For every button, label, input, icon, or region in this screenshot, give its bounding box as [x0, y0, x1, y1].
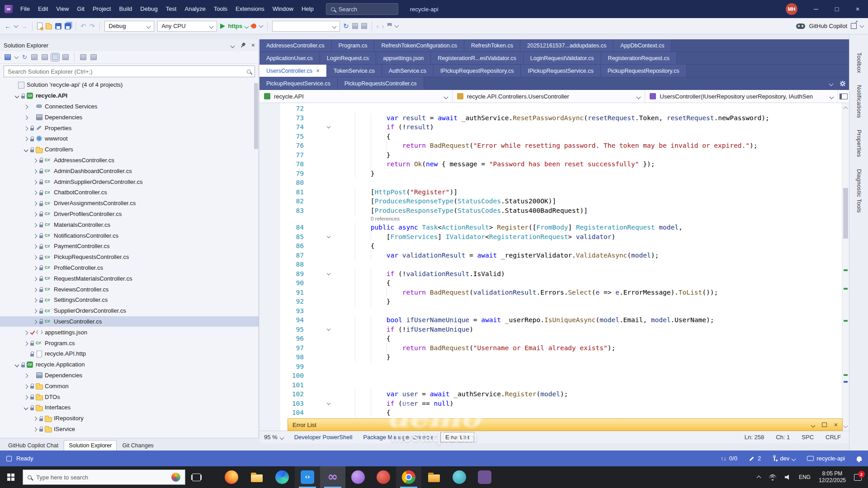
menu-file[interactable]: File — [16, 0, 34, 18]
editor-tab-program-cs[interactable]: Program.cs — [332, 39, 375, 52]
side-tab-toolbox[interactable]: Toolbox — [856, 52, 862, 73]
editor-tab-tokenservice-cs[interactable]: TokenService.cs — [327, 65, 382, 77]
fold-chevron-icon[interactable] — [327, 234, 330, 238]
chevron-right-icon[interactable] — [32, 318, 38, 325]
chevron-right-icon[interactable] — [32, 275, 38, 282]
language-indicator[interactable]: ENG — [799, 474, 811, 480]
action-center-icon[interactable]: 2 — [854, 474, 862, 481]
tree-item-userscontroller-cs[interactable]: UsersController.cs — [0, 316, 259, 327]
navigate-forward-button[interactable]: → — [21, 23, 28, 30]
maximize-panel-icon[interactable] — [822, 422, 827, 427]
editor-tab-pickuprequestscontroller-cs[interactable]: PickupRequestsController.cs — [338, 77, 424, 89]
tree-item-connected-services[interactable]: Connected Services — [0, 101, 259, 112]
panel-tab-package-manager-console[interactable]: Package Manager Console — [359, 432, 439, 442]
taskbar-app-file-explorer[interactable] — [244, 466, 269, 488]
chevron-down-icon[interactable] — [15, 55, 18, 59]
taskbar-app-github-desktop[interactable] — [472, 466, 497, 488]
panel-tab-github-copilot-chat[interactable]: GitHub Copilot Chat — [4, 441, 63, 450]
fold-chevron-icon[interactable] — [327, 125, 330, 128]
git-repository-selector[interactable]: recycle-api — [807, 455, 845, 462]
empty-combobox[interactable] — [272, 21, 340, 32]
fold-chevron-icon[interactable] — [327, 401, 330, 404]
zoom-control[interactable]: 95 % — [264, 434, 283, 441]
chevron-down-icon[interactable] — [23, 146, 29, 153]
start-debugging-button[interactable]: https — [220, 23, 248, 29]
editor-tab-loginrequestvalidator-cs[interactable]: LoginRequestValidator.cs — [524, 52, 601, 64]
taskbar-app-edge[interactable] — [269, 466, 295, 488]
menu-project[interactable]: Project — [89, 0, 115, 18]
pin-icon[interactable] — [239, 42, 246, 49]
tree-item-common[interactable]: Common — [0, 380, 259, 391]
pending-changes-filter-button[interactable] — [31, 54, 38, 60]
taskbar-app-chrome[interactable] — [396, 466, 421, 488]
tree-item-driverassignmentscontroller-cs[interactable]: DriverAssignmentsController.cs — [0, 198, 259, 209]
editor-tab-authservice-cs[interactable]: AuthService.cs — [382, 65, 434, 77]
chevron-right-icon[interactable] — [32, 253, 38, 260]
gear-icon[interactable] — [840, 81, 845, 86]
chevron-right-icon[interactable] — [32, 221, 38, 228]
menu-analyze[interactable]: Analyze — [180, 0, 209, 18]
taskbar-search-box[interactable]: Type here to search — [23, 469, 185, 485]
tree-item-program-cs[interactable]: Program.cs — [0, 338, 259, 348]
scroll-up-icon[interactable] — [844, 105, 847, 112]
hot-reload-chevron-icon[interactable] — [259, 24, 263, 28]
editor-tab-ipickuprequestrepository-cs[interactable]: IPickupRequestRepository.cs — [434, 65, 521, 77]
side-tab-diagnostic-tools[interactable]: Diagnostic Tools — [856, 169, 862, 213]
chevron-right-icon[interactable] — [32, 426, 38, 432]
preview-selected-items-button[interactable] — [90, 54, 97, 60]
clock[interactable]: 8:05 PM 12/22/2025 — [819, 470, 846, 484]
window-layout-icon[interactable] — [352, 23, 358, 29]
editor-tab-appdbcontext-cs[interactable]: AppDbContext.cs — [613, 39, 671, 52]
sync-refresh-button[interactable]: ↻ — [22, 54, 27, 60]
side-tab-properties[interactable]: Properties — [856, 130, 862, 157]
taskbar-app-visual-studio-installer[interactable] — [345, 466, 371, 488]
chevron-down-icon[interactable] — [830, 80, 833, 87]
editor-tab-registerationrequest-cs[interactable]: RegisterationRequest.cs — [601, 52, 677, 64]
chevron-right-icon[interactable] — [32, 189, 38, 196]
chevron-right-icon[interactable] — [32, 178, 38, 185]
chevron-down-icon[interactable] — [830, 93, 833, 100]
panel-tab-developer-powershell[interactable]: Developer PowerShell — [290, 432, 357, 442]
fold-chevron-icon[interactable] — [327, 327, 330, 330]
background-tasks-icon[interactable] — [6, 456, 12, 461]
taskbar-app-teams[interactable] — [447, 466, 472, 488]
tree-item-properties[interactable]: Properties — [0, 122, 259, 133]
menu-test[interactable]: Test — [162, 0, 181, 18]
tree-item-pickuprequestscontroller-cs[interactable]: PickupRequestsController.cs — [0, 252, 259, 263]
tree-item-dependencies[interactable]: Dependencies — [0, 112, 259, 122]
panel-tab-git-changes[interactable]: Git Changes — [118, 441, 158, 450]
tray-overflow-chevron-icon[interactable] — [757, 474, 760, 481]
tree-item-iservice[interactable]: IService — [0, 424, 259, 435]
task-view-button[interactable] — [185, 466, 207, 488]
collapse-all-button[interactable] — [62, 54, 69, 60]
tree-item-paymentcontroller-cs[interactable]: PaymentController.cs — [0, 241, 259, 252]
chevron-right-icon[interactable] — [23, 114, 29, 121]
chevron-right-icon[interactable] — [32, 307, 38, 314]
notifications-bell-icon[interactable] — [857, 456, 862, 461]
minimize-button[interactable]: ─ — [806, 0, 826, 18]
editor-tab-appsettings-json[interactable]: appsettings.json — [376, 52, 431, 64]
chevron-right-icon[interactable] — [32, 168, 38, 174]
chevron-right-icon[interactable] — [32, 264, 38, 271]
chevron-right-icon[interactable] — [23, 383, 29, 389]
taskbar-app-visual-studio[interactable] — [320, 466, 345, 488]
scroll-down-icon[interactable] — [844, 422, 847, 429]
tree-item-dtos[interactable]: DTOs — [0, 391, 259, 402]
redo-button[interactable]: ↷ — [90, 23, 95, 30]
close-icon[interactable]: × — [251, 42, 255, 48]
split-editor-icon[interactable] — [838, 90, 849, 103]
menu-window[interactable]: Window — [269, 0, 297, 18]
chevron-down-icon[interactable] — [444, 93, 448, 100]
solution-search-box[interactable] — [4, 66, 255, 77]
side-tab-notifications[interactable]: Notifications — [856, 85, 862, 118]
pending-edits-status[interactable]: 2 — [749, 455, 761, 462]
panel-tab-solution-explorer[interactable]: Solution Explorer — [64, 440, 117, 450]
tree-item-recycle-api-http[interactable]: recycle.API.http — [0, 348, 259, 359]
close-button[interactable]: × — [847, 0, 868, 18]
tree-item-dependencies[interactable]: Dependencies — [0, 370, 259, 381]
fold-chevron-icon[interactable] — [327, 271, 330, 275]
editor-tab-202512161537-addupdates-cs[interactable]: 202512161537...addupdates.cs — [520, 39, 613, 52]
switch-views-button[interactable] — [5, 54, 11, 60]
tree-item-materialscontroller-cs[interactable]: MaterialsController.cs — [0, 219, 259, 230]
menu-edit[interactable]: Edit — [34, 0, 52, 18]
